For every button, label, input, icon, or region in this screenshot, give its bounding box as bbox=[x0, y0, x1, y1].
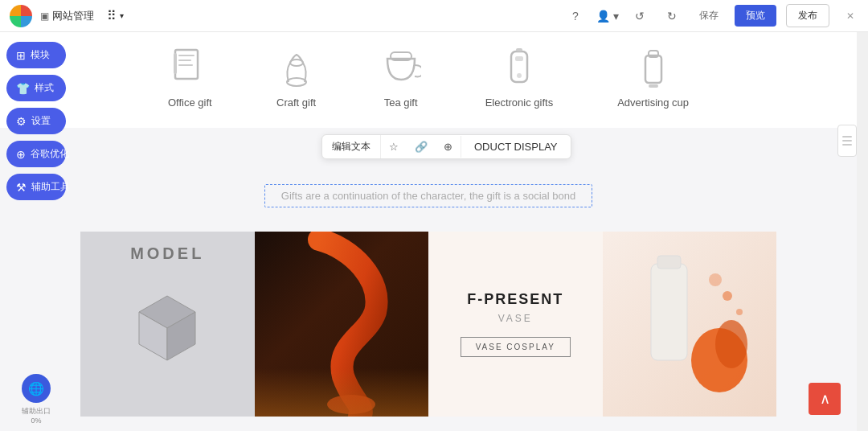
electronic-label: Electronic gifts bbox=[485, 96, 554, 109]
tea-label: Tea gift bbox=[384, 96, 418, 109]
drag-line bbox=[842, 144, 852, 146]
svg-point-5 bbox=[287, 78, 306, 86]
svg-point-23 bbox=[723, 291, 732, 301]
topbar: ▣ 网站管理 ⠿ ▾ ? 👤 ▾ ↺ ↻ 保存 预览 发布 ✕ bbox=[0, 0, 868, 32]
drag-handle[interactable] bbox=[837, 125, 857, 157]
right-scrollbar[interactable] bbox=[857, 32, 868, 431]
fpresent-info: F-PRESENT VASE VASE COSPLAY bbox=[461, 291, 571, 357]
svg-rect-20 bbox=[657, 256, 681, 269]
edit-toolbar: 编辑文本 ☆ 🔗 ⊕ ODUCT DISPLAY bbox=[321, 134, 571, 159]
site-icon: ▣ bbox=[40, 10, 49, 22]
close-button[interactable]: ✕ bbox=[842, 8, 858, 24]
tools-label: 辅助工具 bbox=[31, 180, 70, 194]
office-label: Office gift bbox=[168, 96, 212, 109]
fpresent-btn[interactable]: VASE COSPLAY bbox=[461, 337, 571, 357]
apps-arrow: ▾ bbox=[120, 11, 124, 20]
modules-label: 模块 bbox=[31, 48, 50, 62]
svg-rect-1 bbox=[178, 55, 194, 56]
fpresent-name: F-PRESENT bbox=[461, 291, 571, 308]
undo-button[interactable]: ↺ bbox=[628, 5, 651, 27]
logo bbox=[10, 5, 32, 27]
svg-point-10 bbox=[517, 73, 522, 78]
tea-icon bbox=[381, 48, 421, 88]
craft-label: Craft gift bbox=[276, 96, 316, 109]
svg-rect-2 bbox=[178, 60, 191, 61]
sidebar-item-settings[interactable]: ⚙ 设置 bbox=[6, 108, 66, 134]
edit-text-label[interactable]: 编辑文本 bbox=[322, 135, 381, 158]
star-btn[interactable]: ☆ bbox=[381, 136, 407, 158]
svg-rect-4 bbox=[174, 53, 177, 74]
publish-button[interactable]: 发布 bbox=[786, 4, 829, 27]
scroll-top-button[interactable]: ∧ bbox=[809, 383, 841, 415]
seo-label: 谷歌优化 bbox=[31, 147, 69, 161]
svg-rect-11 bbox=[516, 48, 522, 51]
link-btn[interactable]: 🔗 bbox=[407, 136, 436, 158]
electronic-icon bbox=[499, 48, 539, 88]
svg-point-24 bbox=[736, 309, 743, 315]
category-electronic[interactable]: Electronic gifts bbox=[485, 48, 554, 109]
category-office[interactable]: Office gift bbox=[168, 48, 212, 109]
modules-icon: ⊞ bbox=[16, 49, 26, 62]
section-subtitle[interactable]: Gifts are a continuation of the characte… bbox=[264, 184, 592, 207]
drag-line bbox=[842, 136, 852, 138]
section-partial-label: ODUCT DISPLAY bbox=[461, 136, 571, 158]
bottom-left: 🌐 辅助出口0% bbox=[0, 367, 72, 431]
svg-rect-14 bbox=[649, 84, 658, 88]
craft-icon bbox=[276, 48, 317, 88]
model-label: MODEL bbox=[130, 244, 204, 263]
advertising-icon bbox=[633, 48, 674, 88]
category-nav: Office gift Craft gift Tea gift Electron… bbox=[0, 32, 857, 128]
styles-label: 样式 bbox=[35, 81, 54, 95]
sidebar-item-modules[interactable]: ⊞ 模块 bbox=[6, 42, 66, 68]
svg-rect-19 bbox=[651, 264, 687, 360]
office-icon bbox=[170, 48, 210, 88]
product-card-model: MODEL bbox=[80, 232, 255, 417]
svg-point-25 bbox=[709, 273, 722, 286]
product-card-fpresent: F-PRESENT VASE VASE COSPLAY bbox=[428, 232, 603, 417]
seo-icon: ⊕ bbox=[16, 148, 26, 161]
preview-button[interactable]: 预览 bbox=[735, 5, 776, 27]
sidebar-item-seo[interactable]: ⊕ 谷歌优化 bbox=[6, 141, 66, 167]
tools-icon: ⚒ bbox=[16, 181, 27, 194]
product-card-vase-orange bbox=[255, 232, 429, 417]
category-tea[interactable]: Tea gift bbox=[381, 48, 421, 109]
redo-button[interactable]: ↻ bbox=[661, 5, 683, 27]
product-grid: MODEL bbox=[80, 232, 776, 417]
product-section: 编辑文本 ☆ 🔗 ⊕ ODUCT DISPLAY Gifts are a con… bbox=[0, 128, 857, 417]
topbar-right: ? 👤 ▾ ↺ ↻ 保存 预览 发布 ✕ bbox=[564, 4, 858, 27]
sidebar-item-tools[interactable]: ⚒ 辅助工具 bbox=[6, 174, 66, 200]
sidebar-item-styles[interactable]: 👕 样式 bbox=[6, 75, 66, 101]
styles-icon: 👕 bbox=[16, 82, 30, 95]
svg-point-22 bbox=[715, 320, 747, 368]
settings-icon: ⚙ bbox=[16, 115, 27, 128]
fpresent-sub: VASE bbox=[461, 313, 571, 324]
settings-label: 设置 bbox=[31, 114, 51, 128]
left-sidebar: ⊞ 模块 👕 样式 ⚙ 设置 ⊕ 谷歌优化 ⚒ 辅助工具 bbox=[0, 32, 72, 210]
drag-line bbox=[842, 140, 852, 142]
main-content: Office gift Craft gift Tea gift Electron… bbox=[0, 32, 857, 431]
category-advertising[interactable]: Advertising cup bbox=[617, 48, 689, 109]
apps-icon: ⠿ bbox=[107, 8, 117, 23]
product-card-bottle bbox=[603, 232, 777, 417]
advertising-label: Advertising cup bbox=[617, 96, 689, 109]
help-button[interactable]: ? bbox=[564, 5, 587, 27]
site-manage[interactable]: ▣ 网站管理 bbox=[40, 9, 94, 23]
save-button[interactable]: 保存 bbox=[693, 6, 725, 26]
svg-rect-9 bbox=[515, 56, 523, 61]
svg-rect-3 bbox=[178, 64, 193, 66]
bottom-label: 辅助出口0% bbox=[22, 406, 51, 425]
site-manage-label: 网站管理 bbox=[52, 9, 94, 23]
category-craft[interactable]: Craft gift bbox=[276, 48, 317, 109]
more-btn[interactable]: ⊕ bbox=[436, 136, 461, 158]
svg-point-6 bbox=[290, 60, 303, 66]
user-button[interactable]: 👤 ▾ bbox=[596, 5, 619, 27]
svg-rect-12 bbox=[645, 55, 661, 83]
apps-menu[interactable]: ⠿ ▾ bbox=[107, 8, 124, 23]
scroll-top-icon: ∧ bbox=[820, 390, 830, 408]
bottom-avatar[interactable]: 🌐 bbox=[22, 374, 51, 403]
